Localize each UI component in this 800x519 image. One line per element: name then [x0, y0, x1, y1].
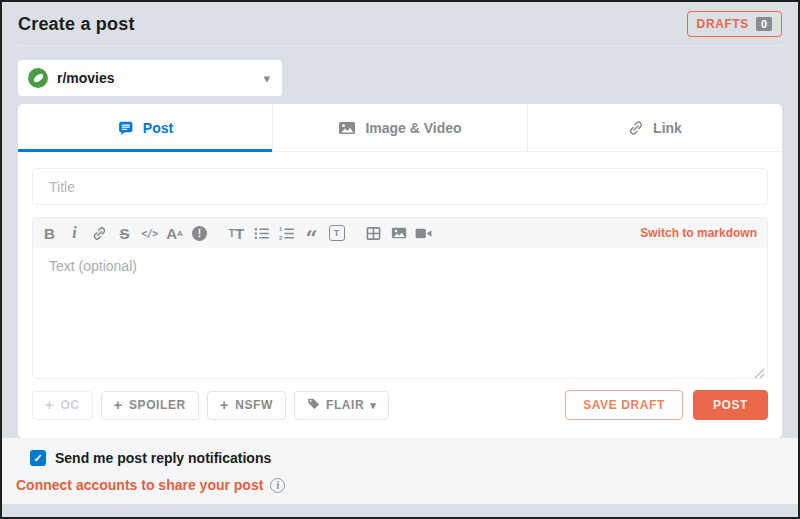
community-name: r/movies: [57, 70, 115, 86]
flair-button[interactable]: FLAIR ▾: [294, 391, 389, 420]
tab-link-label: Link: [653, 120, 682, 136]
tag-icon: [307, 397, 320, 413]
code-block-icon[interactable]: T: [324, 221, 349, 245]
info-icon[interactable]: i: [270, 478, 285, 493]
post-body-textarea[interactable]: [33, 248, 767, 378]
create-post-page: Create a post DRAFTS 0 r/movies ▾ Pos: [0, 0, 800, 519]
connect-accounts-row: Connect accounts to share your post i: [16, 477, 782, 493]
superscript-base: A: [166, 225, 177, 242]
rich-text-editor: B i S </> AA !: [32, 217, 768, 379]
post-submit-button[interactable]: POST: [693, 390, 768, 420]
community-selector-dropdown[interactable]: r/movies ▾: [18, 60, 282, 96]
header-divider: [18, 45, 782, 46]
flair-button-label: FLAIR: [326, 398, 364, 412]
post-settings-footer: ✓ Send me post reply notifications Conne…: [2, 438, 798, 504]
strikethrough-icon[interactable]: S: [112, 221, 137, 245]
heading-large-glyph: T: [235, 225, 244, 242]
oc-button[interactable]: + OC: [32, 391, 93, 420]
notifications-label: Send me post reply notifications: [55, 450, 271, 466]
create-post-card: Post Image & Video: [18, 104, 782, 438]
chevron-down-icon: ▾: [370, 399, 376, 412]
tab-image-video[interactable]: Image & Video: [273, 104, 528, 151]
link-icon: [628, 120, 644, 136]
spoiler-mark: !: [192, 226, 207, 241]
tab-post-label: Post: [143, 120, 173, 136]
save-draft-button[interactable]: SAVE DRAFT: [565, 390, 683, 420]
spoiler-button-label: SPOILER: [129, 398, 186, 412]
oc-button-label: OC: [60, 398, 79, 412]
video-upload-icon[interactable]: [411, 221, 436, 245]
drafts-count-badge: 0: [756, 17, 772, 31]
image-upload-icon[interactable]: [386, 221, 411, 245]
quote-icon[interactable]: “: [299, 221, 324, 245]
plus-icon: +: [220, 400, 229, 410]
notifications-checkbox[interactable]: ✓: [30, 450, 46, 466]
code-block-glyph: T: [329, 225, 345, 241]
switch-to-markdown-link[interactable]: Switch to markdown: [640, 226, 757, 240]
superscript-mark: A: [177, 229, 183, 238]
notifications-setting: ✓ Send me post reply notifications: [30, 450, 782, 466]
info-glyph: i: [276, 480, 279, 491]
spoiler-icon[interactable]: !: [187, 221, 212, 245]
chevron-down-icon: ▾: [263, 71, 270, 86]
tab-post[interactable]: Post: [18, 104, 273, 151]
image-icon: [338, 120, 356, 136]
inline-code-icon[interactable]: </>: [137, 221, 162, 245]
post-actions-row: + OC + SPOILER + NSFW: [32, 390, 768, 420]
table-icon[interactable]: [361, 221, 386, 245]
drafts-button[interactable]: DRAFTS 0: [687, 11, 782, 37]
editor-body: [33, 248, 767, 378]
connect-accounts-link[interactable]: Connect accounts to share your post: [16, 477, 263, 493]
post-form: B i S </> AA !: [18, 152, 782, 438]
resize-handle[interactable]: [754, 365, 765, 376]
svg-text:1: 1: [279, 226, 282, 232]
submit-actions: SAVE DRAFT POST: [565, 390, 768, 420]
page-title: Create a post: [18, 14, 135, 35]
post-icon: [117, 119, 134, 136]
drafts-button-label: DRAFTS: [697, 17, 749, 31]
checkmark-icon: ✓: [33, 452, 42, 465]
title-input[interactable]: [32, 168, 768, 205]
numbered-list-icon[interactable]: 1 2: [274, 221, 299, 245]
page-header: Create a post DRAFTS 0: [2, 2, 798, 36]
tab-image-video-label: Image & Video: [365, 120, 461, 136]
plus-icon: +: [45, 400, 54, 410]
nsfw-button[interactable]: + NSFW: [207, 391, 286, 420]
italic-icon[interactable]: i: [62, 221, 87, 245]
bulleted-list-icon[interactable]: [249, 221, 274, 245]
tab-link[interactable]: Link: [528, 104, 782, 151]
spoiler-button[interactable]: + SPOILER: [101, 391, 199, 420]
community-icon: [28, 68, 48, 88]
bold-icon[interactable]: B: [37, 221, 62, 245]
formatting-toolbar: B i S </> AA !: [33, 218, 767, 248]
plus-icon: +: [114, 400, 123, 410]
nsfw-button-label: NSFW: [235, 398, 273, 412]
link-icon[interactable]: [87, 221, 112, 245]
superscript-icon[interactable]: AA: [162, 221, 187, 245]
heading-icon[interactable]: TT: [224, 221, 249, 245]
post-type-tabs: Post Image & Video: [18, 104, 782, 152]
svg-text:2: 2: [279, 234, 282, 240]
